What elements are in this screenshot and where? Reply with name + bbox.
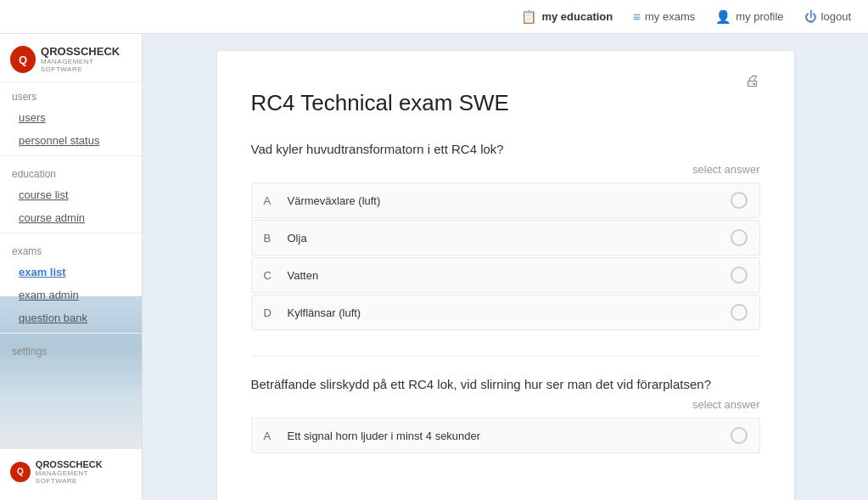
answer-text-1d: Kylflänsar (luft) <box>288 306 731 319</box>
sidebar-divider-2 <box>0 233 142 233</box>
education-icon: 📋 <box>521 9 537 25</box>
main-content: 🖨 RC4 Technical exam SWE Vad kyler huvud… <box>143 34 868 500</box>
answer-letter-2a: A <box>264 430 288 442</box>
sidebar-section-education: education <box>0 160 142 183</box>
sidebar-item-personnel-status[interactable]: personnel status <box>0 129 142 152</box>
nav-my-exams[interactable]: ≡ my exams <box>633 9 695 24</box>
question-2: Beträffande slirskydd på ett RC4 lok, vi… <box>251 377 760 453</box>
sidebar-item-course-list[interactable]: course list <box>0 183 142 206</box>
question-divider <box>251 356 760 357</box>
exam-title: RC4 Technical exam SWE <box>251 90 760 116</box>
answer-1-d[interactable]: D Kylflänsar (luft) <box>251 295 760 330</box>
answer-letter-1d: D <box>264 306 288 319</box>
answer-letter-1a: A <box>264 194 288 207</box>
bottom-logo-text: QROSSCHECK <box>36 459 132 469</box>
bottom-logo-icon: Q <box>10 462 31 482</box>
sidebar-section-users: users <box>0 82 142 106</box>
logo-sub: MANAGEMENT SOFTWARE <box>41 58 132 73</box>
nav-my-education-label: my education <box>541 10 613 23</box>
answer-radio-1a[interactable] <box>731 192 748 209</box>
answer-letter-1b: B <box>264 232 288 244</box>
nav-my-exams-label: my exams <box>645 10 695 23</box>
question-2-text: Beträffande slirskydd på ett RC4 lok, vi… <box>251 377 760 391</box>
answer-radio-1c[interactable] <box>731 267 748 284</box>
sidebar-section-settings: settings <box>0 337 142 361</box>
answer-text-1b: Olja <box>288 232 731 244</box>
sidebar-divider-1 <box>0 155 142 156</box>
sidebar-item-course-admin[interactable]: course admin <box>0 206 142 229</box>
top-nav: 📋 my education ≡ my exams 👤 my profile ⏻… <box>0 0 868 34</box>
q2-select-answer-label: select answer <box>251 398 760 411</box>
answer-text-2a: Ett signal horn ljuder i minst 4 sekunde… <box>288 430 731 442</box>
answer-1-b[interactable]: B Olja <box>251 220 760 256</box>
nav-my-profile-label: my profile <box>736 10 783 23</box>
sidebar-item-users[interactable]: users <box>0 106 142 129</box>
answer-radio-2a[interactable] <box>731 427 748 444</box>
answer-radio-1b[interactable] <box>731 229 748 246</box>
logout-icon: ⏻ <box>804 9 817 24</box>
answer-radio-1d[interactable] <box>731 304 748 321</box>
print-icon[interactable]: 🖨 <box>745 72 760 90</box>
exam-card: 🖨 RC4 Technical exam SWE Vad kyler huvud… <box>217 51 794 500</box>
main-layout: Q QROSSCHECK MANAGEMENT SOFTWARE users u… <box>0 34 868 500</box>
logo-text: QROSSCHECK <box>41 46 132 58</box>
sidebar-bottom-logo: Q QROSSCHECK MANAGEMENT SOFTWARE <box>0 452 142 492</box>
question-1-text: Vad kyler huvudtransformatorn i ett RC4 … <box>251 142 760 156</box>
answer-letter-1c: C <box>264 269 288 282</box>
sidebar-logo: Q QROSSCHECK MANAGEMENT SOFTWARE <box>0 34 142 82</box>
nav-my-education[interactable]: 📋 my education <box>521 9 613 25</box>
answer-1-a[interactable]: A Värmeväxlare (luft) <box>251 183 760 218</box>
nav-logout-label: logout <box>821 10 851 23</box>
nav-logout[interactable]: ⏻ logout <box>804 9 851 24</box>
sidebar: Q QROSSCHECK MANAGEMENT SOFTWARE users u… <box>0 34 143 500</box>
logo-icon: Q <box>10 46 36 73</box>
answer-text-1a: Värmeväxlare (luft) <box>288 194 731 207</box>
sidebar-divider-3 <box>0 333 142 334</box>
sidebar-item-exam-list[interactable]: exam list <box>0 261 142 284</box>
sidebar-item-question-bank[interactable]: question bank <box>0 306 142 329</box>
nav-my-profile[interactable]: 👤 my profile <box>715 9 783 25</box>
answer-text-1c: Vatten <box>288 269 731 282</box>
bottom-logo-sub: MANAGEMENT SOFTWARE <box>36 469 132 485</box>
question-1: Vad kyler huvudtransformatorn i ett RC4 … <box>251 142 760 330</box>
answer-2-a[interactable]: A Ett signal horn ljuder i minst 4 sekun… <box>251 418 760 453</box>
exams-icon: ≡ <box>633 9 641 24</box>
q1-select-answer-label: select answer <box>251 163 760 176</box>
answer-1-c[interactable]: C Vatten <box>251 257 760 293</box>
sidebar-section-exams: exams <box>0 237 142 261</box>
profile-icon: 👤 <box>715 9 731 25</box>
sidebar-item-exam-admin[interactable]: exam admin <box>0 284 142 306</box>
